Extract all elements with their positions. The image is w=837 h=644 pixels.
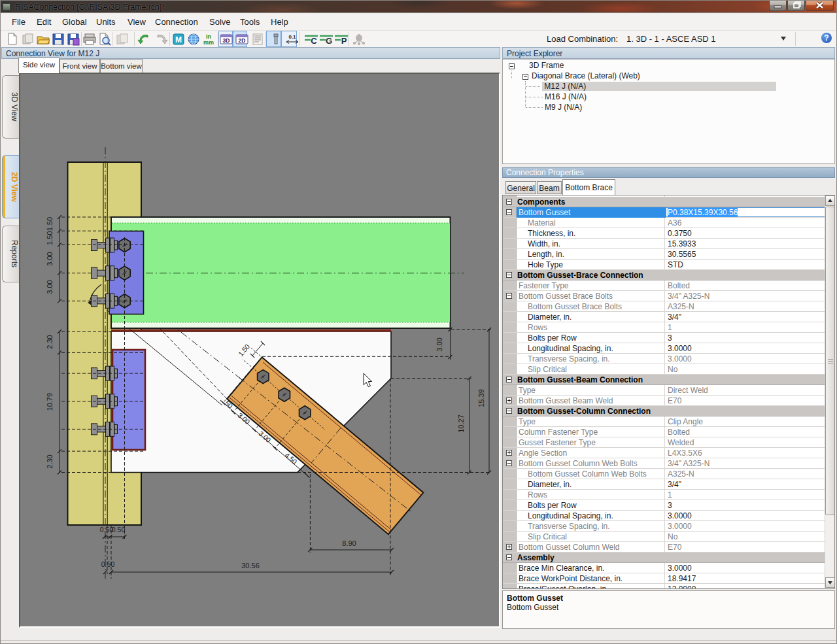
svg-text:0.50: 0.50 — [112, 526, 126, 534]
svg-text:3D: 3D — [223, 37, 230, 44]
svg-text:mm: mm — [203, 39, 214, 46]
svg-text:0.1: 0.1 — [288, 34, 296, 40]
svg-text:0.50: 0.50 — [101, 560, 115, 568]
svg-text:2D: 2D — [239, 37, 246, 44]
svg-text:M: M — [175, 35, 182, 44]
svg-text:3.00: 3.00 — [436, 337, 443, 351]
svg-text:G: G — [326, 36, 332, 46]
svg-text:1.50: 1.50 — [46, 231, 54, 245]
svg-text:10.27: 10.27 — [457, 415, 465, 433]
svg-text:C: C — [311, 36, 317, 46]
svg-text:2.30: 2.30 — [46, 454, 54, 468]
svg-text:3.00: 3.00 — [46, 252, 54, 265]
svg-text:P: P — [341, 36, 347, 46]
svg-text:1.50: 1.50 — [46, 217, 54, 231]
svg-text:8.90: 8.90 — [342, 539, 356, 547]
svg-text:15.39: 15.39 — [477, 389, 485, 407]
svg-text:30.56: 30.56 — [241, 562, 260, 569]
svg-text:2.30: 2.30 — [46, 335, 54, 348]
svg-text:10.79: 10.79 — [46, 393, 54, 411]
svg-text:3.00: 3.00 — [46, 280, 54, 294]
